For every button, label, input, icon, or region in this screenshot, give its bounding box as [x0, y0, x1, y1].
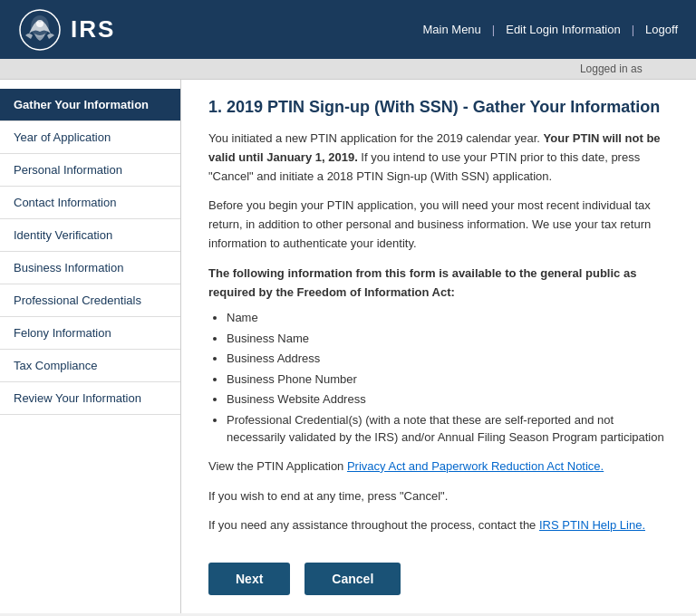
- svg-point-2: [36, 20, 44, 27]
- sidebar-item-personal[interactable]: Personal Information: [0, 154, 180, 187]
- nav-separator-2: |: [632, 23, 634, 36]
- content-area: 1. 2019 PTIN Sign-up (With SSN) - Gather…: [181, 80, 696, 613]
- irs-logo-text: IRS: [71, 15, 115, 43]
- main-layout: Gather Your Information Year of Applicat…: [0, 80, 696, 613]
- logoff-link[interactable]: Logoff: [645, 23, 678, 36]
- sidebar-item-review[interactable]: Review Your Information: [0, 382, 180, 415]
- page-title: 1. 2019 PTIN Sign-up (With SSN) - Gather…: [208, 98, 669, 117]
- privacy-pre: View the PTIN Application: [208, 459, 347, 473]
- edit-login-link[interactable]: Edit Login Information: [506, 23, 620, 36]
- sidebar-item-contact[interactable]: Contact Information: [0, 187, 180, 219]
- logged-in-text: Logged in as: [580, 63, 643, 75]
- header: IRS Main Menu | Edit Login Information |…: [0, 0, 696, 59]
- irs-eagle-icon: [18, 8, 62, 52]
- list-item: Business Phone Number: [227, 371, 669, 389]
- sidebar-item-tax[interactable]: Tax Compliance: [0, 350, 180, 382]
- logged-in-bar: Logged in as: [0, 59, 696, 80]
- cancel-note: If you wish to end at any time, press "C…: [208, 487, 669, 506]
- para1-pre: You initiated a new PTIN application for…: [208, 131, 544, 145]
- info-list: Name Business Name Business Address Busi…: [227, 309, 669, 447]
- nav-separator-1: |: [492, 23, 495, 36]
- sidebar-item-credentials[interactable]: Professional Credentials: [0, 284, 180, 317]
- main-menu-link[interactable]: Main Menu: [423, 23, 481, 36]
- list-item: Professional Credential(s) (with a note …: [227, 411, 669, 447]
- para2: Before you begin your PTIN application, …: [208, 197, 669, 253]
- sidebar-item-gather[interactable]: Gather Your Information: [0, 89, 180, 121]
- sidebar-item-year[interactable]: Year of Application: [0, 121, 180, 154]
- list-item: Business Name: [227, 330, 669, 348]
- logo-area: IRS: [18, 8, 115, 52]
- freedom-act-heading: The following information from this form…: [208, 265, 669, 303]
- para1: You initiated a new PTIN application for…: [208, 130, 669, 186]
- nav-links: Main Menu | Edit Login Information | Log…: [423, 23, 678, 36]
- button-row: Next Cancel: [208, 563, 669, 595]
- help-para: If you need any assistance throughout th…: [208, 516, 669, 535]
- help-line-link[interactable]: IRS PTIN Help Line.: [539, 518, 645, 532]
- cancel-button[interactable]: Cancel: [304, 563, 401, 595]
- list-item: Business Website Address: [227, 390, 669, 409]
- sidebar-item-business[interactable]: Business Information: [0, 252, 180, 284]
- privacy-act-link[interactable]: Privacy Act and Paperwork Reduction Act …: [347, 459, 604, 473]
- sidebar-item-identity[interactable]: Identity Verification: [0, 219, 180, 252]
- list-item: Business Address: [227, 350, 669, 368]
- sidebar-item-felony[interactable]: Felony Information: [0, 317, 180, 350]
- next-button[interactable]: Next: [208, 563, 290, 595]
- list-item: Name: [227, 309, 669, 327]
- sidebar: Gather Your Information Year of Applicat…: [0, 80, 181, 613]
- help-pre: If you need any assistance throughout th…: [208, 518, 539, 532]
- privacy-para: View the PTIN Application Privacy Act an…: [208, 457, 669, 476]
